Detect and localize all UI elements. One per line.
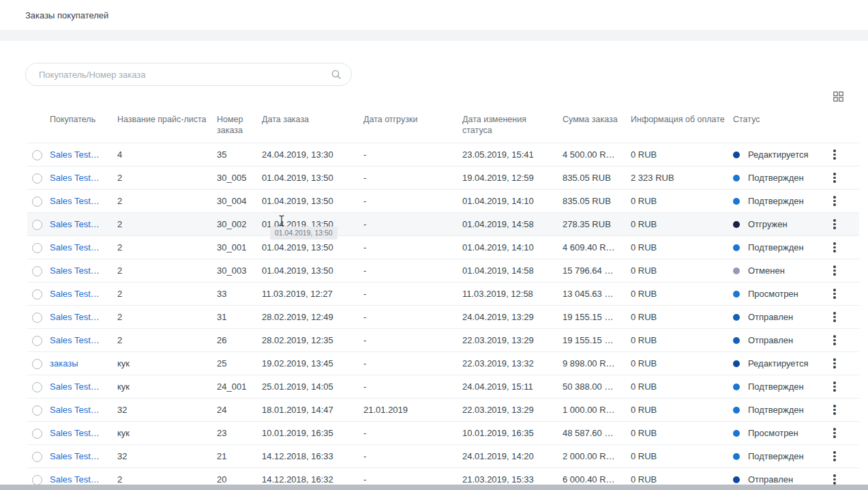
status-label: Отправлен (748, 475, 793, 485)
amount-cell: 4 609.40 R… (563, 236, 631, 259)
amount-cell: 2 000.00 R… (563, 445, 631, 468)
status-change-date-cell: 01.04.2019, 14:58 (462, 259, 563, 283)
table-row: Sales Test… 4 35 24.04.2019, 13:30 - 23.… (27, 143, 859, 167)
header-order-date: Дата заказа (262, 105, 363, 143)
customer-link[interactable]: Sales Test… (50, 149, 100, 160)
row-checkbox[interactable] (32, 382, 42, 392)
kebab-menu-icon[interactable] (833, 425, 841, 441)
price-list-cell: 32 (117, 445, 217, 468)
status-dot (733, 430, 740, 437)
kebab-menu-icon[interactable] (833, 263, 841, 278)
row-checkbox[interactable] (32, 173, 42, 184)
amount-cell: 9 898.00 R… (563, 352, 631, 375)
row-checkbox[interactable] (32, 475, 42, 485)
row-checkbox[interactable] (32, 197, 42, 207)
status-change-date-cell: 24.01.2019, 14:20 (462, 445, 563, 468)
status-dot (733, 291, 740, 298)
customer-link[interactable]: Sales Test… (50, 265, 100, 276)
table-row: Sales Test… 2 30_003 01.04.2019, 13:50 -… (27, 259, 859, 283)
status-label: Подтвержден (748, 197, 804, 207)
payment-cell: 0 RUB (631, 190, 733, 213)
header-order-number: Номер заказа (217, 105, 262, 143)
status-dot (733, 337, 740, 344)
ship-date-cell: - (363, 306, 462, 329)
row-checkbox[interactable] (32, 405, 42, 416)
header-checkbox-spacer (27, 105, 50, 143)
row-checkbox[interactable] (32, 429, 42, 439)
customer-link[interactable]: Sales Test… (50, 335, 100, 345)
customer-link[interactable]: Sales Test… (50, 242, 100, 253)
status-label: Редактируется (748, 150, 809, 160)
page-title: Заказы покупателей (25, 10, 108, 20)
price-list-cell: 2 (117, 167, 217, 190)
status-label: Отправлен (748, 336, 793, 346)
kebab-menu-icon[interactable] (833, 309, 841, 325)
status-label: Подтвержден (748, 405, 804, 416)
price-list-cell: кук (117, 375, 217, 399)
header-ship-date: Дата отгрузки (363, 105, 462, 143)
customer-link[interactable]: Sales Test… (50, 451, 100, 461)
status-label: Отменен (748, 266, 785, 276)
ship-date-cell: - (363, 422, 462, 445)
row-checkbox[interactable] (32, 220, 42, 230)
column-settings-icon[interactable] (832, 90, 845, 103)
payment-cell: 0 RUB (631, 375, 733, 399)
row-checkbox[interactable] (32, 313, 42, 323)
amount-cell: 19 155.15 … (563, 329, 631, 352)
customer-link[interactable]: Sales Test… (50, 196, 100, 206)
status-label: Редактируется (748, 359, 809, 369)
row-checkbox[interactable] (32, 359, 42, 369)
kebab-menu-icon[interactable] (833, 216, 841, 232)
price-list-cell: 2 (117, 190, 217, 213)
kebab-menu-icon[interactable] (833, 332, 841, 348)
amount-cell: 50 388.00 … (563, 375, 631, 399)
payment-cell: 0 RUB (631, 213, 733, 236)
price-list-cell: 2 (117, 259, 217, 283)
row-checkbox[interactable] (32, 150, 42, 160)
customer-link[interactable]: Sales Test… (50, 474, 100, 485)
ship-date-cell: 21.01.2019 (363, 399, 462, 422)
status-label: Просмотрен (748, 289, 798, 300)
customer-link[interactable]: Sales Test… (50, 312, 100, 322)
status-dot (733, 360, 740, 367)
kebab-menu-icon[interactable] (833, 286, 841, 302)
row-checkbox[interactable] (32, 243, 42, 253)
customer-link[interactable]: Sales Test… (50, 405, 100, 415)
kebab-menu-icon[interactable] (833, 240, 841, 255)
customer-link[interactable]: заказы (50, 358, 78, 369)
kebab-menu-icon[interactable] (833, 193, 841, 209)
row-checkbox[interactable] (32, 452, 42, 462)
customer-link[interactable]: Sales Test… (50, 381, 100, 392)
kebab-menu-icon[interactable] (833, 147, 841, 162)
order-number-cell: 30_002 (217, 213, 262, 236)
amount-cell: 835.05 RUB (563, 167, 631, 190)
search-input[interactable] (39, 70, 331, 80)
status-dot (733, 268, 740, 274)
customer-link[interactable]: Sales Test… (50, 173, 100, 183)
kebab-menu-icon[interactable] (833, 356, 841, 371)
order-number-cell: 26 (217, 329, 262, 352)
row-checkbox[interactable] (32, 266, 42, 276)
kebab-menu-icon[interactable] (833, 170, 841, 186)
customer-link[interactable]: Sales Test… (50, 289, 100, 299)
status-dot (733, 453, 740, 460)
kebab-menu-icon[interactable] (833, 402, 841, 418)
kebab-menu-icon[interactable] (833, 379, 841, 394)
ship-date-cell: - (363, 213, 462, 236)
orders-page: Покупатель Название прайс-листа Номер за… (0, 41, 868, 490)
horizontal-scrollbar-thumb[interactable] (0, 485, 868, 490)
status-change-date-cell: 11.03.2019, 12:58 (462, 283, 563, 306)
order-date-cell: 01.04.2019, 13:50 (262, 167, 363, 190)
order-date-cell: 14.12.2018, 16:33 (262, 445, 363, 468)
orders-table-body: Sales Test… 4 35 24.04.2019, 13:30 - 23.… (27, 143, 859, 490)
customer-link[interactable]: Sales Test… (50, 428, 100, 438)
order-date-cell: 11.03.2019, 12:27 (262, 283, 363, 306)
payment-cell: 0 RUB (631, 283, 733, 306)
price-list-cell: 2 (117, 306, 217, 329)
status-label: Подтвержден (748, 382, 804, 392)
customer-link[interactable]: Sales Test… (50, 219, 100, 229)
kebab-menu-icon[interactable] (833, 448, 841, 464)
status-change-date-cell: 19.04.2019, 12:59 (462, 167, 563, 190)
row-checkbox[interactable] (32, 289, 42, 300)
row-checkbox[interactable] (32, 336, 42, 346)
